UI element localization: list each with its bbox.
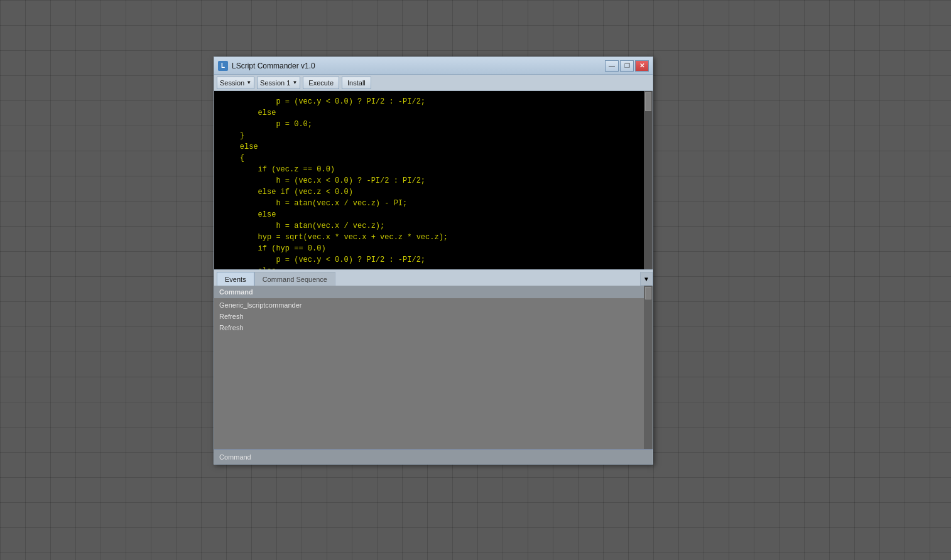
events-list: Generic_lscriptcommander Refresh Refresh	[214, 298, 653, 449]
events-panel: Command Generic_lscriptcommander Refresh…	[214, 286, 653, 449]
minimize-button[interactable]: —	[605, 60, 619, 72]
code-scrollbar-vertical[interactable]	[644, 91, 653, 269]
title-bar-buttons: — ❐ ✕	[605, 60, 649, 72]
tab-command-sequence[interactable]: Command Sequence	[254, 272, 335, 286]
session1-dropdown[interactable]: Session 1 ▼	[257, 77, 300, 89]
code-editor[interactable]: p = (vec.y < 0.0) ? PI/2 : -PI/2; else p…	[214, 91, 653, 269]
events-header: Command	[214, 286, 653, 298]
toolbar: Session ▼ Session 1 ▼ Execute Install	[214, 75, 653, 91]
list-item[interactable]: Generic_lscriptcommander	[214, 299, 653, 311]
code-content: p = (vec.y < 0.0) ? PI/2 : -PI/2; else p…	[214, 91, 653, 269]
execute-button[interactable]: Execute	[303, 77, 339, 89]
events-scrollbar[interactable]	[644, 286, 653, 449]
list-item[interactable]: Refresh	[214, 311, 653, 322]
list-item[interactable]: Refresh	[214, 322, 653, 333]
tabs-bar: Events Command Sequence ▼	[214, 269, 653, 286]
main-window: L LScript Commander v1.0 — ❐ ✕ Session ▼…	[214, 57, 653, 465]
window-title: LScript Commander v1.0	[232, 62, 605, 70]
app-icon: L	[218, 61, 228, 71]
command-bar: Command	[214, 449, 653, 464]
session1-dropdown-arrow: ▼	[292, 80, 297, 85]
title-bar: L LScript Commander v1.0 — ❐ ✕	[214, 57, 653, 75]
command-label: Command	[219, 453, 251, 461]
session-dropdown-arrow: ▼	[246, 80, 251, 85]
tab-scroll-button[interactable]: ▼	[640, 272, 653, 286]
session-dropdown[interactable]: Session ▼	[217, 77, 254, 89]
install-button[interactable]: Install	[342, 77, 371, 89]
close-button[interactable]: ✕	[635, 60, 649, 72]
code-scrollbar-thumb[interactable]	[645, 92, 651, 111]
events-scrollbar-thumb[interactable]	[645, 287, 651, 299]
tab-events[interactable]: Events	[217, 272, 254, 286]
restore-button[interactable]: ❐	[620, 60, 634, 72]
